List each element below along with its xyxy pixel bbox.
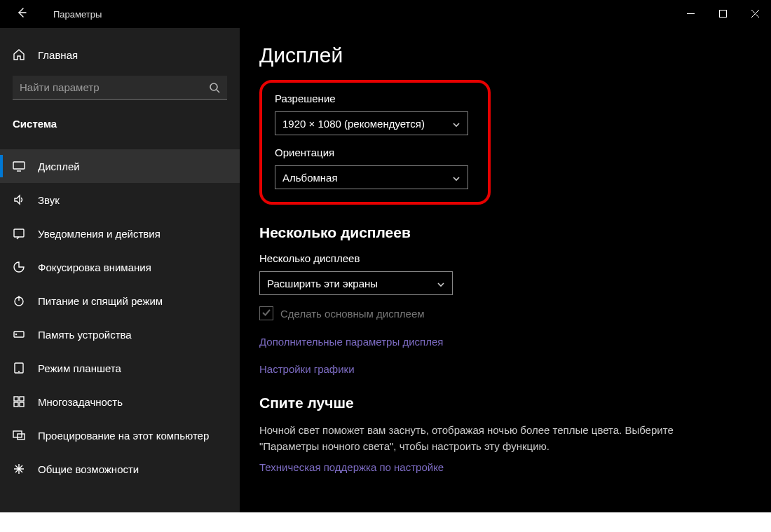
sidebar-item-projecting[interactable]: Проецирование на этот компьютер bbox=[0, 418, 240, 452]
sidebar-item-label: Звук bbox=[38, 194, 60, 206]
search-icon bbox=[209, 82, 220, 93]
sidebar-item-tablet[interactable]: Режим планшета bbox=[0, 351, 240, 385]
orientation-dropdown[interactable]: Альбомная bbox=[275, 165, 468, 189]
storage-icon bbox=[13, 328, 25, 341]
multi-displays-dropdown[interactable]: Расширить эти экраны bbox=[259, 271, 453, 295]
sidebar-nav: Дисплей Звук Уведомления и действия Фоку… bbox=[0, 149, 240, 486]
sidebar-item-power[interactable]: Питание и спящий режим bbox=[0, 284, 240, 318]
multi-displays-heading: Несколько дисплеев bbox=[259, 224, 751, 241]
multitask-icon bbox=[13, 395, 25, 408]
focus-icon bbox=[13, 261, 25, 273]
category-label: Система bbox=[13, 118, 240, 130]
svg-rect-10 bbox=[14, 402, 18, 407]
sidebar-item-label: Проецирование на этот компьютер bbox=[38, 430, 209, 442]
sidebar-item-multitask[interactable]: Многозадачность bbox=[0, 385, 240, 418]
orientation-value: Альбомная bbox=[282, 172, 338, 184]
titlebar: Параметры bbox=[0, 0, 771, 28]
display-icon bbox=[13, 160, 25, 172]
sidebar-item-notifications[interactable]: Уведомления и действия bbox=[0, 217, 240, 250]
sidebar-item-label: Питание и спящий режим bbox=[38, 295, 163, 307]
svg-point-6 bbox=[15, 334, 16, 334]
graphics-settings-link[interactable]: Настройки графики bbox=[259, 363, 751, 375]
orientation-label: Ориентация bbox=[275, 146, 475, 158]
sidebar-item-label: Режим планшета bbox=[38, 362, 121, 374]
search-box[interactable] bbox=[13, 76, 227, 100]
notifications-icon bbox=[13, 227, 25, 240]
sleep-better-body: Ночной свет поможет вам заснуть, отображ… bbox=[259, 423, 736, 454]
tablet-icon bbox=[13, 362, 25, 374]
page-title: Дисплей bbox=[259, 43, 751, 67]
make-primary-label: Сделать основным дисплеем bbox=[280, 308, 425, 320]
advanced-display-link[interactable]: Дополнительные параметры дисплея bbox=[259, 336, 751, 348]
support-link[interactable]: Техническая поддержка по настройке bbox=[259, 461, 751, 473]
chevron-down-icon bbox=[437, 279, 445, 287]
make-primary-checkbox[interactable] bbox=[259, 306, 273, 320]
app-title: Параметры bbox=[53, 9, 102, 20]
settings-window: Параметры Главная bbox=[0, 0, 771, 512]
svg-rect-11 bbox=[20, 402, 24, 407]
svg-rect-13 bbox=[18, 434, 25, 439]
resolution-value: 1920 × 1080 (рекомендуется) bbox=[282, 118, 425, 130]
svg-rect-0 bbox=[719, 11, 726, 18]
home-label: Главная bbox=[38, 49, 78, 61]
project-icon bbox=[13, 429, 25, 442]
sidebar-item-label: Общие возможности bbox=[38, 463, 139, 475]
resolution-dropdown[interactable]: 1920 × 1080 (рекомендуется) bbox=[275, 111, 468, 135]
sidebar-item-label: Дисплей bbox=[38, 161, 80, 172]
minimize-button[interactable] bbox=[674, 0, 707, 28]
shared-icon bbox=[13, 463, 25, 475]
sidebar: Главная Система Дисплей Звук bbox=[0, 28, 240, 512]
svg-rect-2 bbox=[13, 162, 25, 169]
multi-displays-value: Расширить эти экраны bbox=[267, 278, 378, 289]
sidebar-item-label: Многозадачность bbox=[38, 396, 123, 408]
sleep-better-heading: Спите лучше bbox=[259, 395, 751, 411]
sidebar-item-focus[interactable]: Фокусировка внимания bbox=[0, 250, 240, 284]
close-icon bbox=[751, 8, 759, 20]
minimize-icon bbox=[687, 8, 695, 20]
maximize-button[interactable] bbox=[707, 0, 739, 28]
back-arrow-icon bbox=[16, 7, 27, 21]
sidebar-item-shared[interactable]: Общие возможности bbox=[0, 452, 240, 486]
sidebar-item-home[interactable]: Главная bbox=[0, 41, 240, 69]
sound-icon bbox=[13, 193, 25, 206]
main-content: Дисплей Разрешение 1920 × 1080 (рекоменд… bbox=[240, 28, 771, 512]
chevron-down-icon bbox=[452, 119, 460, 128]
power-icon bbox=[13, 294, 25, 307]
window-controls bbox=[674, 0, 771, 28]
close-button[interactable] bbox=[739, 0, 771, 28]
back-button[interactable] bbox=[10, 2, 34, 26]
home-icon bbox=[13, 48, 25, 61]
sidebar-item-storage[interactable]: Память устройства bbox=[0, 318, 240, 351]
svg-rect-9 bbox=[20, 397, 24, 401]
sidebar-item-label: Уведомления и действия bbox=[38, 228, 161, 240]
check-icon bbox=[261, 308, 271, 320]
svg-rect-8 bbox=[14, 397, 18, 401]
sidebar-item-display[interactable]: Дисплей bbox=[0, 149, 240, 183]
sidebar-item-sound[interactable]: Звук bbox=[0, 183, 240, 217]
search-input[interactable] bbox=[20, 81, 209, 93]
svg-rect-3 bbox=[14, 229, 24, 237]
sidebar-item-label: Фокусировка внимания bbox=[38, 261, 151, 273]
maximize-icon bbox=[719, 8, 727, 20]
resolution-label: Разрешение bbox=[275, 93, 475, 104]
highlighted-region: Разрешение 1920 × 1080 (рекомендуется) О… bbox=[259, 80, 491, 205]
make-primary-checkbox-row: Сделать основным дисплеем bbox=[259, 306, 751, 320]
sidebar-item-label: Память устройства bbox=[38, 329, 132, 341]
chevron-down-icon bbox=[452, 173, 460, 182]
svg-point-1 bbox=[210, 83, 217, 90]
multi-displays-label: Несколько дисплеев bbox=[259, 252, 751, 264]
